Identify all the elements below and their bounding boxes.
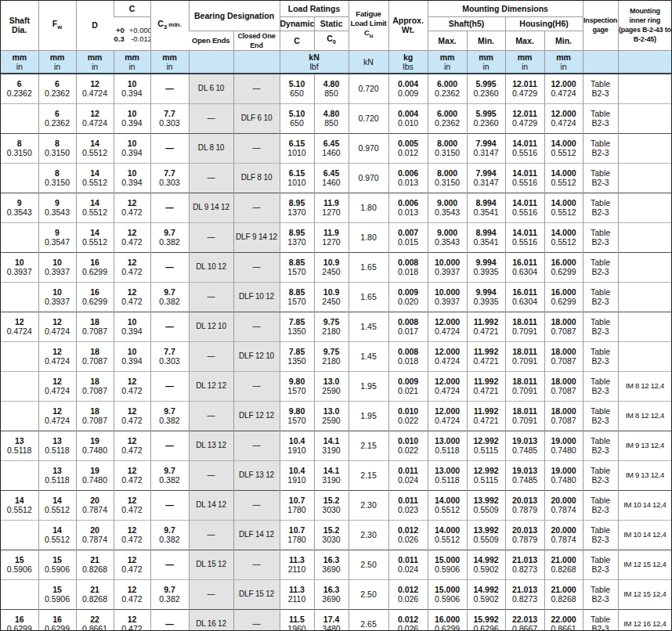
- cell-inner-ring: IM 10 14 12,4: [618, 520, 671, 550]
- table-row: 120.4724180.7087120.472—DL 12 12—9.80157…: [1, 371, 671, 401]
- units-row: mmin mmin mmin mmin mmin kNlbf kN kglbs …: [1, 50, 671, 74]
- cell-fw: 120.4724: [38, 312, 76, 341]
- cell-c3: 7.70.303: [150, 103, 189, 133]
- cell-gage: TableB2-3: [583, 371, 618, 401]
- cell-open: —: [189, 341, 233, 371]
- cell-housing-max: 19.0130.7485: [505, 460, 544, 490]
- cell-housing-min: 14.0000.5512: [544, 222, 583, 252]
- cell-wt: 0.0120.026: [388, 520, 428, 550]
- cell-housing-min: 19.0000.7480: [544, 460, 583, 490]
- cell-c3: 9.70.382: [150, 520, 189, 550]
- cell-c3: —: [150, 312, 189, 341]
- cell-gage: TableB2-3: [583, 133, 618, 163]
- cell-shaft-min: 11.9920.4721: [467, 401, 505, 431]
- cell-fw: 90.3547: [38, 222, 76, 252]
- cell-housing-min: 18.0000.7087: [544, 401, 583, 431]
- cell-cu: 0.720: [349, 74, 388, 103]
- cell-cu: 1.45: [349, 341, 388, 371]
- cell-c: 100.394: [114, 341, 150, 371]
- cell-shaft: [1, 163, 38, 193]
- cell-cu: 1.45: [349, 312, 388, 341]
- cell-d: 120.4724: [76, 74, 114, 103]
- cell-closed: —: [233, 371, 280, 401]
- cell-fw: 60.2362: [38, 74, 76, 103]
- fw-sub: w: [57, 23, 62, 31]
- cell-gage: TableB2-3: [583, 74, 618, 103]
- col-header-c-dynamic: C: [280, 31, 314, 50]
- cell-shaft-max: 10.0000.3937: [428, 252, 467, 282]
- cell-shaft-max: 8.0000.3150: [428, 163, 467, 193]
- cell-c3: —: [150, 133, 189, 163]
- cell-shaft-min: 11.9920.4721: [467, 312, 505, 341]
- cell-cu: 0.970: [349, 133, 388, 163]
- cell-fw: 90.3543: [38, 193, 76, 222]
- cell-cu: 1.80: [349, 193, 388, 222]
- cell-housing-min: 20.0000.7874: [544, 520, 583, 550]
- cell-housing-max: 19.0130.7485: [505, 431, 544, 460]
- units-housing-max: mmin: [505, 50, 544, 74]
- c0-sub: 0: [333, 38, 336, 45]
- cell-fw: 80.3150: [38, 163, 76, 193]
- col-header-housing-max: Max.: [505, 31, 544, 50]
- col-header-bearing-designation: Bearing Designation: [189, 1, 280, 31]
- cell-static: 6.451460: [314, 163, 349, 193]
- cell-c3: 9.70.382: [150, 222, 189, 252]
- cell-static: 13.02590: [314, 371, 349, 401]
- cell-housing-min: 18.0000.7087: [544, 312, 583, 341]
- cell-inner-ring: IM 10 14 12,4: [618, 490, 671, 520]
- cell-inner-ring: [618, 163, 671, 193]
- cell-shaft-min: 13.9920.5509: [467, 490, 505, 520]
- cell-shaft-max: 12.0000.4724: [428, 312, 467, 341]
- cell-inner-ring: [618, 282, 671, 312]
- cell-cu: 1.95: [349, 371, 388, 401]
- cell-c: 120.472: [114, 252, 150, 282]
- col-header-housing-h6: Housing(H6): [505, 16, 583, 31]
- cell-d: 140.5512: [76, 163, 114, 193]
- cell-wt: 0.0090.021: [388, 371, 428, 401]
- cell-d: 180.7087: [76, 371, 114, 401]
- cell-shaft: 130.5118: [1, 431, 38, 460]
- cell-open: DL 13 12: [189, 431, 233, 460]
- cell-cu: 0.720: [349, 103, 388, 133]
- cell-gage: TableB2-3: [583, 520, 618, 550]
- cell-d: 180.7087: [76, 341, 114, 371]
- cell-d: 190.7480: [76, 431, 114, 460]
- table-row: 120.4724180.7087100.3947.70.303—DLF 12 1…: [1, 341, 671, 371]
- cell-closed: —: [233, 252, 280, 282]
- cell-inner-ring: [618, 222, 671, 252]
- cell-housing-max: 14.0110.5516: [505, 222, 544, 252]
- cell-dynamic: 8.851570: [280, 282, 314, 312]
- cell-wt: 0.0100.022: [388, 431, 428, 460]
- cell-cu: 2.15: [349, 431, 388, 460]
- cell-shaft-min: 5.9950.2360: [467, 74, 505, 103]
- cell-wt: 0.0060.013: [388, 193, 428, 222]
- table-row: 120.4724120.4724180.7087100.394—DL 12 10…: [1, 312, 671, 341]
- cell-shaft-max: 14.0000.5512: [428, 520, 467, 550]
- cell-gage: TableB2-3: [583, 341, 618, 371]
- table-row: 140.5512200.7874120.4729.70.382—DLF 14 1…: [1, 520, 671, 550]
- cell-housing-min: 21.0000.8268: [544, 579, 583, 609]
- cell-housing-max: 12.0110.4729: [505, 74, 544, 103]
- table-row: 60.236260.2362120.4724100.394—DL 6 10—5.…: [1, 74, 671, 103]
- cell-c: 120.472: [114, 193, 150, 222]
- cell-inner-ring: [618, 193, 671, 222]
- cell-shaft-max: 13.0000.5118: [428, 460, 467, 490]
- cell-static: 17.43480: [314, 609, 349, 631]
- cell-open: —: [189, 103, 233, 133]
- col-header-static: Static: [314, 16, 349, 31]
- units-inspection-gage: [583, 50, 618, 74]
- cell-c3: —: [150, 609, 189, 631]
- cell-cu: 1.95: [349, 401, 388, 431]
- cell-inner-ring: [618, 103, 671, 133]
- cell-shaft: 140.5512: [1, 490, 38, 520]
- cell-shaft-min: 12.9920.5115: [467, 460, 505, 490]
- cell-shaft-min: 5.9950.2360: [467, 103, 505, 133]
- cell-static: 11.91270: [314, 222, 349, 252]
- cell-d: 210.8268: [76, 550, 114, 579]
- cell-shaft-min: 7.9940.3147: [467, 163, 505, 193]
- cell-shaft: [1, 222, 38, 252]
- cell-static: 13.02590: [314, 401, 349, 431]
- table-row: 150.5906150.5906210.8268120.472—DL 15 12…: [1, 550, 671, 579]
- cell-shaft: [1, 341, 38, 371]
- cell-c: 120.472: [114, 579, 150, 609]
